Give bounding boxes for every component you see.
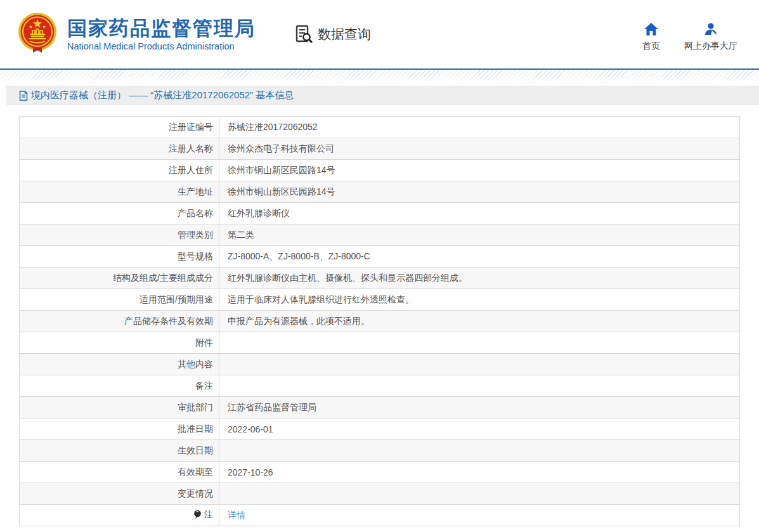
row-value — [219, 332, 740, 354]
table-row: 注 详情 — [20, 505, 740, 526]
row-label: 产品名称 — [178, 208, 213, 219]
table-row: 其他内容 — [20, 354, 740, 375]
row-value — [219, 440, 740, 462]
nav-item-home[interactable]: 首页 — [642, 22, 660, 52]
row-label: 注 — [204, 509, 213, 521]
nav-online-hall-label: 网上办事大厅 — [684, 41, 737, 52]
row-value: 徐州众杰电子科技有限公司 — [219, 138, 740, 160]
row-label: 有效期至 — [178, 467, 213, 478]
breadcrumb-bar: 境内医疗器械（注册） —— “苏械注准20172062052” 基本信息 — [6, 86, 759, 105]
row-label: 型号规格 — [178, 251, 213, 263]
row-label: 注册证编号 — [169, 122, 213, 133]
nav-item-online-hall[interactable]: 网上办事大厅 — [684, 22, 737, 52]
table-row: 审批部门 江苏省药品监督管理局 — [20, 397, 740, 418]
table-row: 产品储存条件及有效期 申报产品为有源器械，此项不适用。 — [20, 311, 740, 332]
home-icon — [644, 22, 659, 37]
row-label: 结构及组成/主要组成成分 — [113, 273, 213, 284]
row-value: 2027-10-26 — [219, 462, 740, 483]
row-value — [219, 375, 740, 397]
top-nav: 首页 网上办事大厅 — [642, 22, 737, 52]
site-title-en: National Medical Products Administration — [67, 41, 256, 51]
row-label: 备注 — [195, 380, 213, 392]
row-value: 红外乳腺诊断仪由主机、摄像机、探头和显示器四部分组成。 — [219, 268, 740, 289]
row-label: 审批部门 — [178, 402, 213, 413]
registration-table-wrap: 注册证编号 苏械注准20172062052 注册人名称 徐州众杰电子科技有限公司… — [19, 116, 740, 526]
row-label: 其他内容 — [178, 359, 213, 370]
row-value: 适用于临床对人体乳腺组织进行红外透照检查。 — [219, 289, 740, 311]
row-value: 苏械注准20172062052 — [219, 117, 740, 138]
nav-home-label: 首页 — [642, 41, 660, 52]
table-row: 批准日期 2022-06-01 — [20, 418, 740, 440]
data-query-label: 数据查询 — [318, 25, 371, 43]
row-label: 附件 — [195, 337, 213, 349]
registration-table: 注册证编号 苏械注准20172062052 注册人名称 徐州众杰电子科技有限公司… — [19, 116, 740, 526]
table-row: 生产地址 徐州市铜山新区民园路14号 — [20, 181, 740, 203]
table-row: 生效日期 — [20, 440, 740, 462]
site-header: 国家药品监督管理局 National Medical Products Admi… — [0, 0, 759, 70]
row-value: ZJ-8000-A、ZJ-8000-B、ZJ-8000-C — [219, 246, 740, 268]
table-row: 型号规格 ZJ-8000-A、ZJ-8000-B、ZJ-8000-C — [20, 246, 740, 268]
breadcrumb-text: 境内医疗器械（注册） —— “苏械注准20172062052” 基本信息 — [31, 89, 294, 101]
row-label: 注册人名称 — [169, 143, 213, 155]
row-value: 申报产品为有源器械，此项不适用。 — [219, 311, 740, 332]
table-row: 产品名称 红外乳腺诊断仪 — [20, 203, 740, 224]
table-row: 注册人名称 徐州众杰电子科技有限公司 — [20, 138, 740, 160]
row-label: 注册人住所 — [169, 165, 213, 176]
row-value: 第二类 — [219, 224, 740, 246]
row-value: 2022-06-01 — [219, 418, 740, 440]
table-row: 注册人住所 徐州市铜山新区民园路14号 — [20, 160, 740, 181]
data-query-nav[interactable]: 数据查询 — [295, 25, 371, 44]
row-value: 江苏省药品监督管理局 — [219, 397, 740, 418]
user-icon — [703, 22, 718, 37]
hatch-divider-band — [0, 70, 759, 86]
row-label: 管理类别 — [178, 230, 213, 241]
table-row: 附件 — [20, 332, 740, 354]
row-label: 批准日期 — [178, 424, 213, 435]
row-label: 产品储存条件及有效期 — [124, 316, 213, 327]
table-row: 备注 — [20, 375, 740, 397]
table-row: 适用范围/预期用途 适用于临床对人体乳腺组织进行红外透照检查。 — [20, 289, 740, 311]
registration-table-body: 注册证编号 苏械注准20172062052 注册人名称 徐州众杰电子科技有限公司… — [20, 117, 740, 526]
site-title-block: 国家药品监督管理局 National Medical Products Admi… — [67, 17, 256, 52]
row-value — [219, 483, 740, 505]
row-label: 生产地址 — [178, 186, 213, 198]
row-value: 徐州市铜山新区民园路14号 — [219, 181, 740, 203]
table-row: 管理类别 第二类 — [20, 224, 740, 246]
row-value: 详情 — [219, 505, 740, 526]
row-label: 变更情况 — [178, 488, 213, 500]
document-icon — [19, 91, 28, 101]
table-row: 结构及组成/主要组成成分 红外乳腺诊断仪由主机、摄像机、探头和显示器四部分组成。 — [20, 268, 740, 289]
note-bulb-icon — [193, 510, 202, 519]
document-search-icon — [295, 25, 314, 44]
site-title-cn: 国家药品监督管理局 — [67, 17, 256, 40]
table-row: 变更情况 — [20, 483, 740, 505]
detail-link[interactable]: 详情 — [228, 510, 245, 520]
row-value: 徐州市铜山新区民园路14号 — [219, 160, 740, 181]
row-value — [219, 354, 740, 375]
row-label: 生效日期 — [178, 445, 213, 457]
row-value: 红外乳腺诊断仪 — [219, 203, 740, 224]
nmpa-emblem-logo — [14, 11, 61, 58]
table-row: 注册证编号 苏械注准20172062052 — [20, 117, 740, 138]
row-label: 适用范围/预期用途 — [139, 294, 213, 306]
table-row: 有效期至 2027-10-26 — [20, 462, 740, 483]
